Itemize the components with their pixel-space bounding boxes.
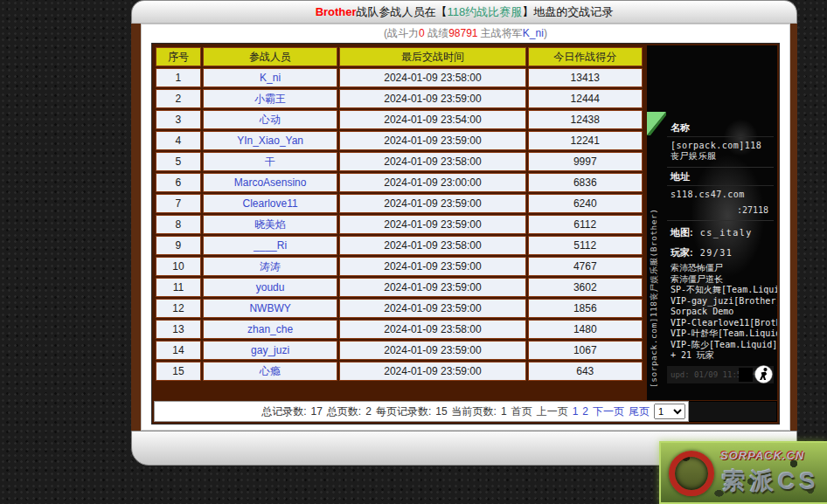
player-link[interactable]: 涛涛 [260, 260, 281, 273]
page-select[interactable]: 1 [654, 404, 685, 419]
server-info-block: 名称 [sorpack.com]118丧尸娱乐服 地址 s118.cs47.co… [667, 119, 774, 383]
panel-black-square [739, 368, 753, 382]
cell-player: 心瘾 [203, 362, 338, 381]
cell-score: 3602 [528, 278, 643, 297]
cell-player: K_ni [203, 68, 338, 87]
battle-table-body: 1 K_ni 2024-01-09 23:58:00 13413 2 小霸王 2… [156, 68, 643, 381]
window-body: (战斗力0 战绩98791 主战将军K_ni) 序号 参战人员 最后交战时间 今… [131, 24, 797, 431]
table-row: 2 小霸王 2024-01-09 23:59:00 12444 [156, 89, 643, 108]
cell-time: 2024-01-09 23:59:00 [339, 257, 525, 276]
player-link[interactable]: 小霸王 [254, 93, 286, 105]
player-link[interactable]: 心动 [260, 114, 281, 126]
table-row: 5 干 2024-01-09 23:58:00 9997 [156, 152, 643, 171]
current-page-number: 1 [501, 405, 507, 418]
page-2-link[interactable]: 2 [582, 405, 588, 418]
prev-page-link[interactable]: 上一页 [537, 404, 568, 419]
team-stats-line: (战斗力0 战绩98791 主战将军K_ni) [141, 24, 790, 43]
first-page-link[interactable]: 首页 [511, 404, 532, 419]
server-online-marker-icon [647, 112, 666, 135]
cell-time: 2024-01-09 23:59:00 [339, 362, 525, 381]
player-link[interactable]: YIn_Xiao_Yan [237, 135, 303, 147]
cell-score: 12438 [528, 110, 643, 129]
sorpack-watermark-banner: SORPACK.CN 索派CS [659, 441, 827, 504]
cell-player: NWBWY [203, 299, 338, 318]
score-label: 战绩 [425, 26, 448, 41]
cell-player: Clearlove11 [203, 194, 338, 213]
cell-time: 2024-01-09 23:00:00 [339, 173, 525, 192]
header-player: 参战人员 [203, 47, 338, 66]
server-port: :27118 [667, 204, 774, 221]
player-link[interactable]: Clearlove11 [243, 197, 298, 210]
table-row: 1 K_ni 2024-01-09 23:58:00 13413 [156, 68, 643, 87]
sorpack-logo-icon [669, 451, 714, 496]
table-row: 11 youdu 2024-01-09 23:59:00 3602 [156, 278, 643, 297]
player-link[interactable]: gay_juzi [251, 344, 289, 356]
table-row: 7 Clearlove11 2024-01-09 23:59:00 6240 [156, 194, 643, 213]
cell-score: 5112 [528, 236, 643, 255]
cell-time: 2024-01-09 23:58:00 [339, 236, 525, 255]
cell-player: 小霸王 [203, 89, 338, 108]
cell-rank: 14 [156, 341, 201, 360]
cell-rank: 9 [156, 236, 201, 255]
player-list-item: 索沛恐怖僵尸 [671, 263, 770, 274]
player-list-item: VIP-陈少[Team.Liquid] [671, 340, 770, 351]
cell-score: 643 [528, 362, 643, 381]
player-list-item: 索沛僵尸道长 [671, 274, 770, 286]
cell-time: 2024-01-09 23:59:00 [339, 215, 525, 234]
player-link[interactable]: NWBWY [249, 302, 290, 314]
player-link[interactable]: 干 [265, 155, 275, 168]
cell-rank: 2 [156, 89, 201, 108]
server-info-panel: [sorpack.com]118丧尸娱乐服(Brother) 名称 [sorpa… [647, 45, 777, 400]
cell-score: 12241 [528, 131, 643, 150]
cell-rank: 10 [156, 257, 201, 276]
cell-rank: 13 [156, 320, 201, 339]
cell-rank: 5 [156, 152, 201, 171]
player-list-item: + 21 玩家 [671, 350, 770, 362]
cell-rank: 12 [156, 299, 201, 318]
stats-paren-close: ) [544, 27, 547, 39]
cell-player: youdu [203, 278, 338, 297]
per-page-count: 15 [435, 405, 447, 418]
pagination-bar: 总记录数: 17 总页数: 2 每页记录数: 15 当前页数: 1 首页 上一页… [154, 401, 689, 422]
server-map-row: 地图: cs_italy [667, 221, 774, 241]
per-page-label: 每页记录数: [376, 404, 431, 419]
player-link[interactable]: 晓美焰 [254, 218, 286, 231]
player-link[interactable]: zhan_che [247, 323, 293, 335]
table-row: 6 MarcoAsensino 2024-01-09 23:00:00 6836 [156, 173, 643, 192]
cell-rank: 4 [156, 131, 201, 150]
cell-rank: 6 [156, 173, 201, 192]
cell-player: MarcoAsensino [203, 173, 338, 192]
cell-score: 6112 [528, 215, 643, 234]
cell-score: 1067 [528, 341, 643, 360]
score-value: 98791 [448, 27, 477, 39]
player-link[interactable]: ____Ri [254, 239, 287, 252]
server-name-link[interactable]: 118约战比赛服 [448, 4, 523, 20]
player-link[interactable]: youdu [256, 281, 285, 293]
title-bar: Brother战队参战人员在【118约战比赛服】地盘的交战记录 [131, 0, 797, 24]
pages-count: 2 [365, 405, 372, 418]
cell-time: 2024-01-09 23:54:00 [339, 110, 525, 129]
server-name-label: 名称 [667, 119, 774, 137]
server-address-label: 地址 [667, 168, 774, 186]
power-value: 0 [419, 27, 425, 39]
cell-player: YIn_Xiao_Yan [203, 131, 338, 150]
header-score: 今日作战得分 [528, 47, 643, 66]
cell-player: 干 [203, 152, 338, 171]
last-page-link[interactable]: 尾页 [629, 404, 650, 419]
player-link[interactable]: 心瘾 [260, 365, 281, 377]
records-label: 总记录数: [261, 404, 306, 419]
power-label: 战斗力 [387, 26, 419, 41]
player-link[interactable]: MarcoAsensino [234, 176, 307, 189]
general-name-link[interactable]: K_ni [523, 27, 544, 39]
table-row: 14 gay_juzi 2024-01-09 23:59:00 1067 [156, 341, 643, 360]
table-row: 4 YIn_Xiao_Yan 2024-01-09 23:59:00 12241 [156, 131, 643, 150]
cell-score: 1480 [528, 320, 643, 339]
page-1-link[interactable]: 1 [573, 405, 579, 418]
cell-rank: 1 [156, 68, 201, 87]
next-page-link[interactable]: 下一页 [593, 404, 624, 419]
player-link[interactable]: K_ni [260, 72, 281, 84]
table-header-row: 序号 参战人员 最后交战时间 今日作战得分 [156, 47, 643, 66]
player-list-item: SP-不知火舞[Team.Liquid] [671, 285, 770, 296]
players-label: 玩家: [671, 246, 693, 259]
cell-rank: 7 [156, 194, 201, 213]
